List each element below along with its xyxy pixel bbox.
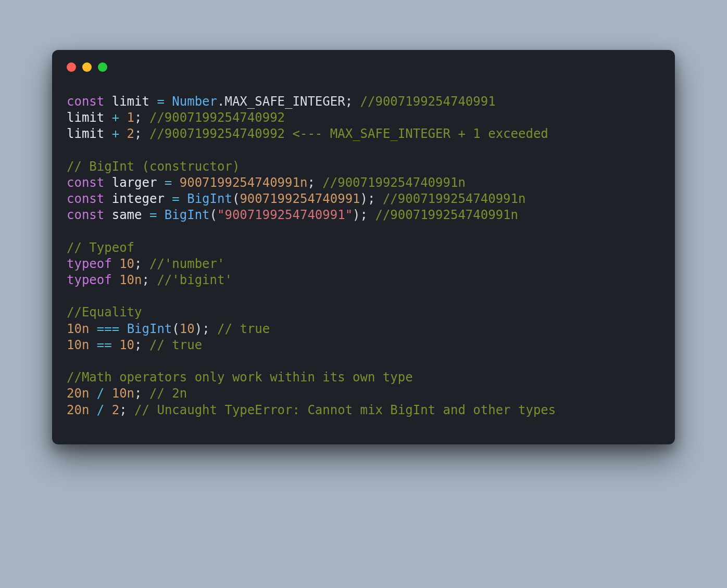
code-line: // BigInt (constructor): [67, 159, 660, 175]
token-var: same: [112, 208, 142, 222]
token-comment: //Equality: [67, 305, 142, 319]
code-line: limit + 1; //9007199254740992: [67, 110, 660, 126]
token-sp: [104, 191, 111, 206]
token-punc: .: [217, 94, 224, 109]
token-punc: ;: [345, 94, 353, 109]
token-sp: [172, 175, 179, 190]
token-num: 10n: [67, 322, 89, 336]
code-line: 10n == 10; // true: [67, 337, 660, 353]
token-comment: // Uncaught TypeError: Cannot mix BigInt…: [134, 403, 556, 417]
token-op: /: [97, 386, 104, 401]
token-punc: ;: [134, 338, 142, 352]
token-kw: const: [67, 191, 104, 206]
code-line: [67, 353, 660, 369]
window-titlebar: [52, 50, 675, 79]
token-op: +: [112, 126, 119, 141]
code-line: 10n === BigInt(10); // true: [67, 321, 660, 337]
token-kw: const: [67, 94, 104, 109]
close-icon[interactable]: [67, 62, 76, 72]
code-line: // Typeof: [67, 240, 660, 256]
token-comment: // true: [149, 338, 202, 352]
token-comment: //'bigint': [157, 273, 232, 287]
code-window: const limit = Number.MAX_SAFE_INTEGER; /…: [52, 50, 675, 444]
token-sp: [375, 191, 382, 206]
code-line: const limit = Number.MAX_SAFE_INTEGER; /…: [67, 94, 660, 110]
token-comment: // BigInt (constructor): [67, 159, 240, 174]
token-punc: (: [232, 191, 240, 206]
token-type: BigInt: [187, 191, 232, 206]
token-comment: // Typeof: [67, 240, 134, 255]
token-sp: [368, 208, 375, 222]
code-line: //Equality: [67, 304, 660, 321]
token-sp: [142, 386, 149, 401]
token-op: =: [149, 208, 157, 222]
code-line: typeof 10n; //'bigint': [67, 272, 660, 288]
token-var: limit: [67, 110, 104, 125]
token-sp: [104, 110, 111, 125]
token-sp: [210, 322, 217, 336]
token-kw: const: [67, 208, 104, 222]
token-num: 10n: [119, 273, 142, 287]
token-sp: [142, 126, 149, 141]
code-line: typeof 10; //'number': [67, 256, 660, 272]
token-num: 20n: [67, 403, 89, 417]
token-op: ===: [97, 322, 119, 336]
token-comment: // 2n: [149, 386, 187, 401]
token-kw: const: [67, 175, 104, 190]
code-line: //Math operators only work within its ow…: [67, 369, 660, 386]
token-sp: [142, 110, 149, 125]
code-line: const integer = BigInt(9007199254740991)…: [67, 191, 660, 207]
token-punc: ;: [134, 110, 142, 125]
token-sp: [127, 403, 134, 417]
token-comment: //9007199254740991n: [322, 175, 466, 190]
token-op: =: [165, 175, 172, 190]
token-punc: ;: [134, 257, 142, 271]
token-op: ==: [97, 338, 112, 352]
token-comment: // true: [217, 322, 270, 336]
token-punc: ;: [134, 386, 142, 401]
token-comment: //'number': [149, 257, 225, 271]
token-sp: [149, 94, 157, 109]
token-sp: [104, 175, 111, 190]
token-sp: [180, 191, 187, 206]
token-punc: ;: [134, 126, 142, 141]
token-punc: ;: [119, 403, 127, 417]
token-sp: [353, 94, 360, 109]
token-punc: (: [172, 322, 179, 336]
token-comment: //9007199254740991: [360, 94, 496, 109]
token-op: =: [157, 94, 164, 109]
code-line: const larger = 9007199254740991n; //9007…: [67, 175, 660, 191]
token-sp: [315, 175, 322, 190]
token-str: "9007199254740991": [217, 208, 353, 222]
token-sp: [112, 338, 119, 352]
code-line: const same = BigInt("9007199254740991");…: [67, 207, 660, 223]
maximize-icon[interactable]: [98, 62, 107, 72]
token-comment: //9007199254740992: [149, 110, 285, 125]
token-num: 9007199254740991n: [180, 175, 308, 190]
token-sp: [104, 386, 111, 401]
token-var: limit: [112, 94, 149, 109]
token-sp: [119, 322, 127, 336]
token-type: Number: [172, 94, 217, 109]
token-prop: MAX_SAFE_INTEGER: [224, 94, 345, 109]
token-sp: [89, 338, 96, 352]
token-punc: ;: [307, 175, 315, 190]
minimize-icon[interactable]: [82, 62, 92, 72]
token-sp: [104, 126, 111, 141]
token-num: 10n: [112, 386, 134, 401]
token-comment: //9007199254740992 <--- MAX_SAFE_INTEGER…: [149, 126, 548, 141]
token-sp: [142, 257, 149, 271]
token-punc: );: [360, 191, 375, 206]
token-op: +: [112, 110, 119, 125]
code-line: limit + 2; //9007199254740992 <--- MAX_S…: [67, 126, 660, 142]
code-line: 20n / 10n; // 2n: [67, 386, 660, 402]
token-sp: [89, 322, 96, 336]
token-sp: [157, 175, 164, 190]
code-line: [67, 288, 660, 304]
token-num: 10n: [67, 338, 89, 352]
token-comment: //9007199254740991n: [383, 191, 526, 206]
token-comment: //9007199254740991n: [375, 208, 518, 222]
token-punc: );: [195, 322, 210, 336]
code-line: [67, 224, 660, 240]
token-var: larger: [112, 175, 157, 190]
